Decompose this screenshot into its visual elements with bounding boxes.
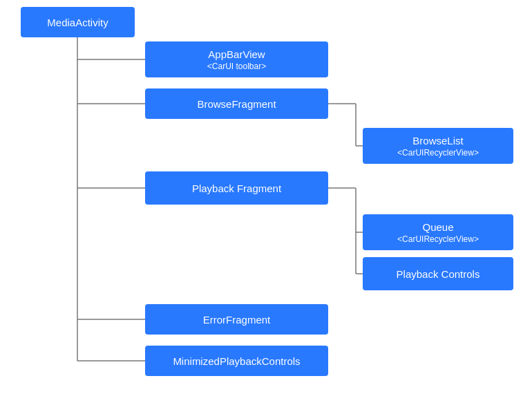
node-minimized-playback-controls: MinimizedPlaybackControls bbox=[145, 346, 328, 376]
node-browse-fragment: BrowseFragment bbox=[145, 88, 328, 119]
node-app-bar-view: AppBarView <CarUI toolbar> bbox=[145, 41, 328, 77]
node-playback-controls: Playback Controls bbox=[363, 257, 513, 290]
node-error-fragment: ErrorFragment bbox=[145, 304, 328, 335]
node-browse-list: BrowseList <CarUIRecyclerView> bbox=[363, 128, 513, 164]
node-media-activity: MediaActivity bbox=[21, 7, 135, 37]
node-queue: Queue <CarUIRecyclerView> bbox=[363, 214, 513, 250]
diagram: MediaActivity AppBarView <CarUI toolbar>… bbox=[0, 0, 532, 394]
node-playback-fragment: Playback Fragment bbox=[145, 171, 328, 205]
